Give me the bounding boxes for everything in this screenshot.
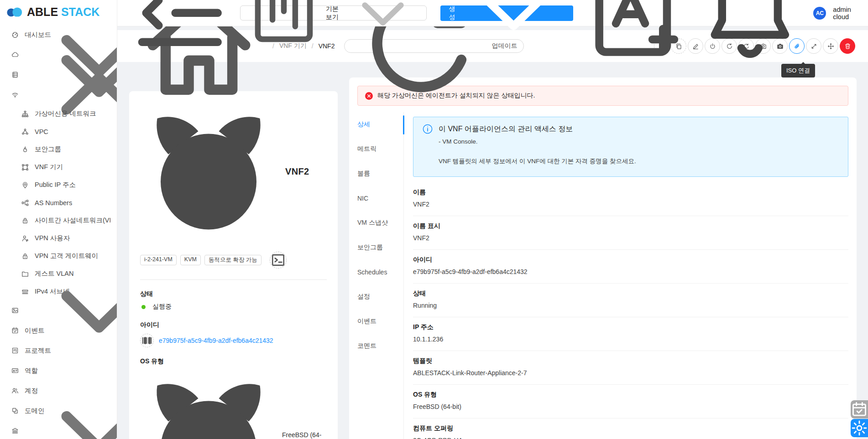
detail-value: VNF2 — [413, 201, 848, 209]
info-box-title: 이 VNF 어플라이언스의 관리 액세스 정보 — [439, 124, 573, 134]
settings-button[interactable] — [851, 419, 868, 437]
create-button[interactable]: 생성 — [440, 5, 573, 21]
tab-volumes[interactable]: 볼륨 — [357, 161, 403, 186]
trash-icon — [844, 43, 851, 50]
id-label: 아이디 — [140, 321, 327, 329]
detail-value: FreeBSD (64-bit) — [413, 403, 848, 411]
info-box-line-2: VNF 템플릿의 세부 정보에서 이 VNF에 대한 기본 자격 증명을 찾으세… — [439, 157, 839, 165]
network-icon — [11, 91, 19, 98]
detail-row: 컴퓨트 오퍼링2C-4GB-RBD-HA — [413, 418, 848, 439]
sidebar-item-network[interactable]: 네트워크 — [0, 85, 117, 105]
tab-security-groups[interactable]: 보안그룹 — [357, 235, 403, 260]
tab-events[interactable]: 이벤트 — [357, 309, 403, 334]
detail-value: e79b975f-a5c9-4fb9-a2df-efb6a4c21432 — [413, 268, 848, 276]
guest-vlan-icon — [21, 270, 29, 278]
tab-comments[interactable]: 코멘트 — [357, 334, 403, 358]
caret-down-icon — [461, 0, 566, 66]
detail-value: 10.1.1.236 — [413, 336, 848, 344]
logo-text-able: ABLE — [27, 5, 58, 19]
vm-tag: 동적으로 확장 가능 — [204, 255, 261, 265]
action-migrate-button[interactable] — [823, 38, 838, 54]
os-type-value: FreeBSD (64-bit) — [282, 431, 327, 439]
barcode-glyph — [141, 334, 153, 347]
sidebar-item-label: VPN 사용자 — [35, 234, 110, 243]
sidebar-item-label: 프로젝트 — [25, 346, 110, 355]
drag-icon — [827, 43, 834, 50]
tab-vm-snapshots[interactable]: VM 스냅샷 — [357, 211, 403, 235]
event-timeline-button[interactable] — [851, 400, 868, 418]
tab-details[interactable]: 상세 — [357, 112, 403, 137]
view-select-value: 기본 보기 — [326, 5, 341, 21]
vpc-icon — [21, 128, 29, 135]
vm-title: VNF2 — [285, 166, 309, 177]
barcode-icon — [140, 334, 154, 347]
vm-summary-card: VNF2 i-2-241-VMKVM동적으로 확장 가능 상태 실행중 아이디 … — [129, 91, 338, 439]
tab-metrics[interactable]: 메트릭 — [357, 137, 403, 161]
os-type-label: OS 유형 — [140, 357, 327, 366]
action-scale-button[interactable] — [806, 38, 821, 54]
app-root: ABLESTACK 대시보드컴퓨트스토리지네트워크가상머신용 네트워크VPC보안… — [0, 0, 868, 439]
chevron-up-icon — [31, 26, 117, 163]
freebsd-icon — [140, 370, 277, 439]
vm-id-link[interactable]: e79b975f-a5c9-4fb9-a2df-efb6a4c21432 — [159, 337, 273, 344]
detail-label: 이름 — [413, 188, 848, 196]
sidebar-item-images[interactable]: 이미지 — [0, 300, 117, 320]
gear-icon — [851, 419, 868, 437]
sidebar-item-label: VNF 기기 — [35, 163, 110, 171]
chevron-down-icon — [31, 242, 117, 379]
status-value: 실행중 — [152, 303, 172, 311]
infrastructure-icon — [11, 427, 19, 434]
sidebar: ABLESTACK 대시보드컴퓨트스토리지네트워크가상머신용 네트워크VPC보안… — [0, 0, 117, 439]
ablestack-logo[interactable]: ABLESTACK — [0, 0, 117, 24]
tab-content: 이 VNF 어플라이언스의 관리 액세스 정보 - VM Console. VN… — [413, 112, 848, 439]
tab-schedules[interactable]: Schedules — [357, 260, 403, 284]
detail-label: 템플릿 — [413, 357, 848, 365]
dashboard-icon — [11, 31, 19, 38]
sidebar-collapse-icon[interactable] — [127, 0, 233, 66]
accounts-icon — [11, 387, 19, 394]
bell-icon — [697, 0, 803, 66]
sidebar-item-label: Public IP 주소 — [35, 181, 110, 189]
vm-tags: i-2-241-VMKVM동적으로 확장 가능 — [140, 252, 327, 269]
lock-icon — [21, 253, 29, 260]
sidebar-item-public-ip[interactable]: Public IP 주소 — [0, 176, 117, 194]
public-ip-icon — [21, 181, 29, 189]
images-icon — [11, 307, 19, 314]
domains-icon — [11, 407, 19, 414]
management-info-box: 이 VNF 어플라이언스의 관리 액세스 정보 - VM Console. VN… — [413, 117, 848, 177]
view-select[interactable]: 기본 보기 — [240, 5, 427, 21]
main-content: VNF2 i-2-241-VMKVM동적으로 확장 가능 상태 실행중 아이디 … — [117, 62, 868, 439]
divider — [140, 279, 327, 280]
sidebar-item-label: 보안그룹 — [35, 145, 110, 154]
user-avatar[interactable]: AC — [813, 7, 826, 20]
project-view-icon — [246, 0, 322, 51]
vnf-icon — [21, 164, 29, 171]
info-icon — [423, 124, 433, 134]
tab-settings[interactable]: 설정 — [357, 284, 403, 309]
create-button-label: 생성 — [447, 5, 457, 21]
sidebar-item-infrastructure[interactable]: 인프라스트럭쳐 — [0, 421, 117, 439]
username[interactable]: admin cloud — [833, 6, 861, 21]
top-header: 기본 보기 생성 15 AC admin cloud — [117, 0, 868, 26]
action-destroy-button[interactable] — [840, 38, 855, 54]
security-group-icon — [21, 146, 29, 153]
tab-nics[interactable]: NIC — [357, 186, 403, 211]
scale-icon — [810, 43, 817, 50]
notifications-bell-icon[interactable]: 15 — [697, 0, 803, 66]
vm-detail-card: 해당 가상머신은 에이전트가 설치되지 않은 상태입니다. 상세메트릭볼륨NIC… — [349, 77, 857, 439]
status-label: 상태 — [140, 290, 327, 298]
detail-row: 이름 표시VNF2 — [413, 216, 848, 250]
sidebar-item-label: 사이트간 사설네트워크(VP... — [35, 216, 110, 225]
events-icon — [11, 327, 19, 334]
create-project-icon[interactable] — [580, 0, 686, 66]
calendar-check-icon — [851, 401, 868, 418]
detail-value: 2C-4GB-RBD-HA — [413, 437, 848, 439]
detail-row: 이름VNF2 — [413, 182, 848, 216]
compute-icon — [11, 51, 19, 58]
console-button[interactable] — [270, 252, 287, 269]
sidebar-item-as-numbers[interactable]: AS Numbers — [0, 194, 117, 212]
projects-icon — [11, 347, 19, 354]
sidebar-item-site-to-site-vpn[interactable]: 사이트간 사설네트워크(VP... — [0, 212, 117, 229]
terminal-icon — [270, 252, 286, 268]
detail-label: 이름 표시 — [413, 222, 848, 230]
